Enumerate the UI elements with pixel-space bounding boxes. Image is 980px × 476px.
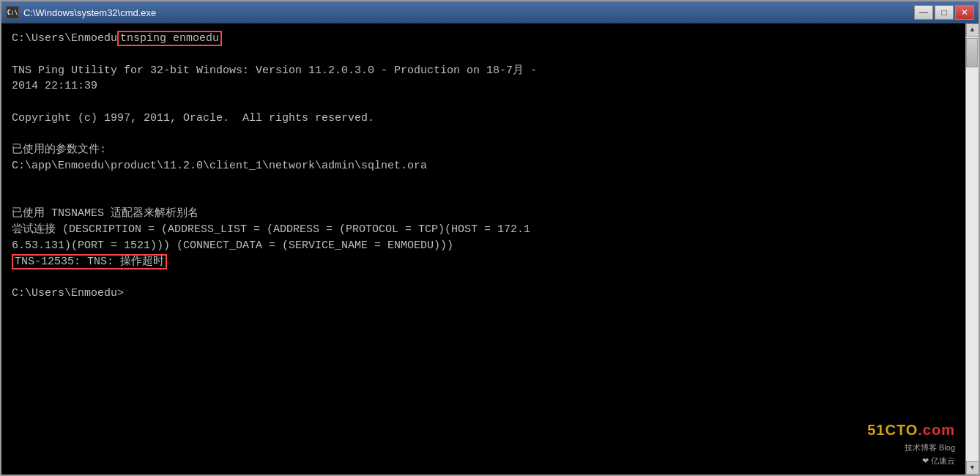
line-9: C:\app\Enmoedu\product\11.2.0\client_1\n… <box>12 158 955 174</box>
line-2 <box>12 47 955 63</box>
cmd-icon: C:\ <box>6 6 19 19</box>
window-controls: — □ ✕ <box>914 5 974 20</box>
content-area: C:\Users\Enmoedutnsping enmoedu TNS Ping… <box>1 23 979 475</box>
line-17: C:\Users\Enmoedu> <box>12 286 955 302</box>
error-message: TNS-12535: TNS: 操作超时 <box>12 254 167 269</box>
close-button[interactable]: ✕ <box>955 5 974 20</box>
line-13: 尝试连接 (DESCRIPTION = (ADDRESS_LIST = (ADD… <box>12 222 955 238</box>
cmd-window: C:\ C:\Windows\system32\cmd.exe — □ ✕ C:… <box>0 0 980 476</box>
watermark-logo: 51CTO.com <box>867 420 955 441</box>
terminal-output: C:\Users\Enmoedutnsping enmoedu TNS Ping… <box>1 23 965 475</box>
line-7 <box>12 127 955 143</box>
line-8: 已使用的参数文件: <box>12 142 955 158</box>
line-10 <box>12 174 955 190</box>
watermark-logo-text: 51CTO <box>867 422 918 438</box>
watermark-sub1: 技术博客 Blog <box>905 442 955 454</box>
line-6: Copyright (c) 1997, 2011, Oracle. All ri… <box>12 111 955 127</box>
scroll-down-button[interactable]: ▼ <box>966 461 979 475</box>
window-title: C:\Windows\system32\cmd.exe <box>23 7 156 18</box>
title-bar-left: C:\ C:\Windows\system32\cmd.exe <box>6 6 156 19</box>
line-1: C:\Users\Enmoedutnsping enmoedu <box>12 31 955 47</box>
line-14: 6.53.131)(PORT = 1521))) (CONNECT_DATA =… <box>12 238 955 254</box>
title-bar: C:\ C:\Windows\system32\cmd.exe — □ ✕ <box>1 1 979 23</box>
maximize-button[interactable]: □ <box>935 5 954 20</box>
scroll-up-button[interactable]: ▲ <box>966 23 979 37</box>
scrollbar[interactable]: ▲ ▼ <box>965 23 979 475</box>
watermark-logo-com: .com <box>918 422 955 438</box>
watermark: 51CTO.com 技术博客 Blog ❤ 亿速云 <box>867 420 955 467</box>
line-16 <box>12 269 955 286</box>
line-5 <box>12 94 955 111</box>
line-11 <box>12 190 955 207</box>
scroll-track[interactable] <box>966 37 979 461</box>
line-15: TNS-12535: TNS: 操作超时 <box>12 254 955 270</box>
watermark-sub2: ❤ 亿速云 <box>922 455 955 467</box>
prompt-1: C:\Users\Enmoedu <box>12 32 117 45</box>
line-3: TNS Ping Utility for 32-bit Windows: Ver… <box>12 63 955 79</box>
command-highlight: tnsping enmoedu <box>117 31 222 46</box>
scroll-thumb[interactable] <box>966 38 978 67</box>
line-4: 2014 22:11:39 <box>12 78 955 94</box>
line-12: 已使用 TNSNAMES 适配器来解析别名 <box>12 206 955 222</box>
minimize-button[interactable]: — <box>914 5 933 20</box>
